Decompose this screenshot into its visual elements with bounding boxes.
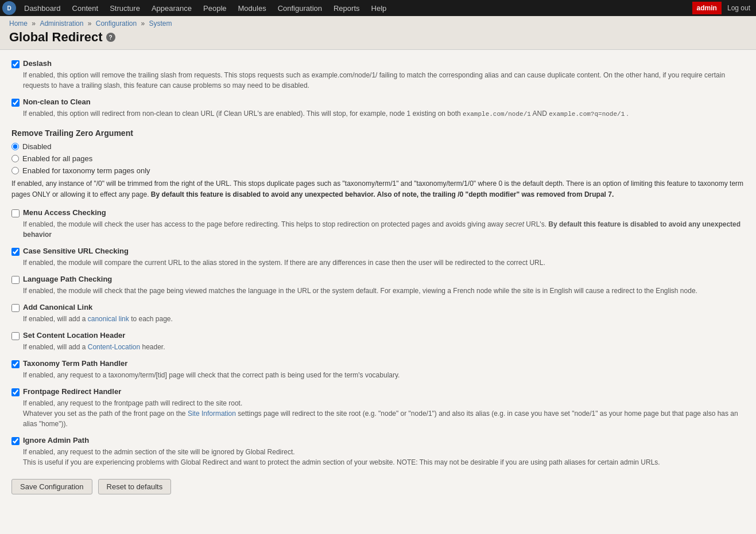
radio-all-pages-label[interactable]: Enabled for all pages [11, 154, 745, 163]
remove-trailing-zero-title: Remove Trailing Zero Argument [11, 128, 745, 138]
deslash-checkbox[interactable] [11, 60, 20, 68]
site-logo[interactable]: D [2, 1, 16, 15]
frontpage-redirect-checkbox[interactable] [11, 388, 20, 396]
radio-disabled-input[interactable] [11, 143, 19, 150]
ignore-admin-path-field: Ignore Admin Path If enabled, any reques… [11, 436, 745, 467]
nav-item-structure[interactable]: Structure [104, 0, 146, 16]
logo-letter: D [7, 5, 11, 11]
language-path-label[interactable]: Language Path Checking [23, 275, 112, 283]
content-location-anchor[interactable]: Content-Location [88, 343, 140, 351]
taxonomy-term-path-desc: If enabled, any request to a taxonomy/te… [23, 370, 745, 380]
deslash-label[interactable]: Deslash [23, 59, 52, 68]
radio-taxonomy-only-input[interactable] [11, 167, 19, 174]
site-information-link[interactable]: Site Information [188, 410, 236, 418]
case-sensitive-desc: If enabled, the module will compare the … [23, 258, 745, 268]
language-path-field: Language Path Checking If enabled, the m… [11, 275, 745, 296]
button-row: Save Configuration Reset to defaults [11, 479, 745, 494]
radio-taxonomy-only: Enabled for taxonomy term pages only [11, 166, 745, 175]
content-location-field: Set Content Location Header If enabled, … [11, 331, 745, 352]
nav-item-content[interactable]: Content [67, 0, 104, 16]
page-title-text: Global Redirect [9, 30, 103, 45]
non-clean-field: Non-clean to Clean If enabled, this opti… [11, 98, 745, 119]
language-path-checkbox[interactable] [11, 276, 20, 284]
ignore-admin-path-label[interactable]: Ignore Admin Path [23, 436, 89, 445]
frontpage-redirect-desc: If enabled, any request to the frontpage… [23, 398, 745, 429]
taxonomy-term-path-field: Taxonomy Term Path Handler If enabled, a… [11, 359, 745, 380]
radio-disabled-label[interactable]: Disabled [11, 142, 745, 151]
breadcrumb-sep-3: » [141, 20, 147, 28]
radio-all-pages: Enabled for all pages [11, 154, 745, 163]
radio-all-pages-input[interactable] [11, 155, 19, 162]
nav-item-configuration[interactable]: Configuration [272, 0, 328, 16]
nav-item-reports[interactable]: Reports [328, 0, 366, 16]
deslash-desc: If enabled, this option will remove the … [23, 70, 745, 91]
non-clean-label[interactable]: Non-clean to Clean [23, 98, 91, 106]
language-path-desc: If enabled, the module will check that t… [23, 286, 745, 296]
ignore-admin-path-desc: If enabled, any request to the admin sec… [23, 447, 745, 467]
content-location-checkbox[interactable] [11, 332, 20, 340]
canonical-link-checkbox[interactable] [11, 304, 20, 312]
canonical-link-anchor[interactable]: canonical link [88, 315, 129, 323]
non-clean-checkbox[interactable] [11, 99, 20, 107]
reset-defaults-button[interactable]: Reset to defaults [98, 479, 172, 494]
breadcrumb-home[interactable]: Home [9, 20, 28, 28]
frontpage-redirect-field: Frontpage Redirect Handler If enabled, a… [11, 387, 745, 429]
taxonomy-term-path-label[interactable]: Taxonomy Term Path Handler [23, 359, 127, 368]
breadcrumb-admin[interactable]: Administration [40, 20, 83, 28]
canonical-link-label[interactable]: Add Canonical Link [23, 303, 92, 311]
breadcrumb-sep-2: » [88, 20, 94, 28]
frontpage-redirect-label[interactable]: Frontpage Redirect Handler [23, 387, 121, 396]
logout-link[interactable]: Log out [724, 4, 754, 12]
help-icon[interactable]: ? [106, 33, 115, 42]
breadcrumb-sep-1: » [32, 20, 37, 28]
deslash-field: Deslash If enabled, this option will rem… [11, 59, 745, 91]
page-title-container: Global Redirect ? [9, 30, 747, 49]
top-navigation: D Dashboard Content Structure Appearance… [0, 0, 756, 16]
canonical-link-desc: If enabled, will add a canonical link to… [23, 314, 745, 324]
menu-access-label[interactable]: Menu Access Checking [23, 208, 106, 217]
ignore-admin-path-checkbox[interactable] [11, 437, 20, 445]
case-sensitive-label[interactable]: Case Sensitive URL Checking [23, 247, 129, 255]
nav-item-appearance[interactable]: Appearance [146, 0, 197, 16]
breadcrumb-system[interactable]: System [149, 20, 172, 28]
taxonomy-term-path-checkbox[interactable] [11, 360, 20, 368]
menu-access-italic: secret [505, 220, 524, 228]
non-clean-code2: example.com?q=node/1 [549, 111, 625, 118]
admin-badge: admin [692, 2, 722, 14]
save-configuration-button[interactable]: Save Configuration [11, 479, 92, 494]
nav-item-dashboard[interactable]: Dashboard [18, 0, 67, 16]
main-content: Deslash If enabled, this option will rem… [0, 50, 756, 534]
non-clean-desc: If enabled, this option will redirect fr… [23, 108, 745, 119]
content-location-desc: If enabled, will add a Content-Location … [23, 342, 745, 352]
breadcrumb: Home » Administration » Configuration » … [9, 20, 747, 28]
case-sensitive-field: Case Sensitive URL Checking If enabled, … [11, 247, 745, 268]
breadcrumb-area: Home » Administration » Configuration » … [0, 16, 756, 50]
remove-trailing-zero-desc: If enabled, any instance of "/0" will be… [11, 178, 745, 200]
menu-access-checkbox[interactable] [11, 209, 20, 217]
menu-access-desc: If enabled, the module will check the us… [23, 219, 745, 240]
non-clean-code1: example.com/node/1 [463, 111, 531, 118]
menu-access-field: Menu Access Checking If enabled, the mod… [11, 208, 745, 240]
nav-item-modules[interactable]: Modules [232, 0, 272, 16]
nav-item-people[interactable]: People [197, 0, 232, 16]
nav-item-help[interactable]: Help [366, 0, 393, 16]
content-location-label[interactable]: Set Content Location Header [23, 331, 125, 340]
breadcrumb-config[interactable]: Configuration [96, 20, 137, 28]
radio-taxonomy-only-label[interactable]: Enabled for taxonomy term pages only [11, 166, 745, 175]
radio-disabled: Disabled [11, 142, 745, 151]
canonical-link-field: Add Canonical Link If enabled, will add … [11, 303, 745, 324]
case-sensitive-checkbox[interactable] [11, 248, 20, 256]
remove-trailing-zero-section: Remove Trailing Zero Argument Disabled E… [11, 128, 745, 200]
